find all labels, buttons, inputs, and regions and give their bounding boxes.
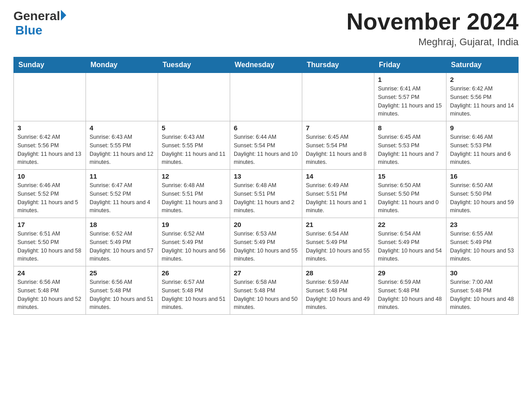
header-saturday: Saturday: [446, 57, 519, 73]
day-info: Sunrise: 6:50 AM Sunset: 5:50 PM Dayligh…: [450, 181, 515, 215]
day-number: 30: [450, 269, 515, 277]
day-number: 2: [450, 76, 515, 83]
day-number: 29: [378, 269, 442, 277]
day-info: Sunrise: 6:54 AM Sunset: 5:49 PM Dayligh…: [306, 230, 370, 263]
day-info: Sunrise: 6:46 AM Sunset: 5:52 PM Dayligh…: [17, 181, 82, 215]
day-info: Sunrise: 6:47 AM Sunset: 5:52 PM Dayligh…: [90, 181, 154, 215]
calendar-cell: 7Sunrise: 6:45 AM Sunset: 5:54 PM Daylig…: [302, 121, 374, 170]
calendar-cell: 18Sunrise: 6:52 AM Sunset: 5:49 PM Dayli…: [86, 218, 158, 266]
day-number: 24: [17, 269, 82, 277]
day-number: 21: [306, 221, 370, 228]
day-number: 23: [450, 221, 515, 228]
day-number: 1: [378, 76, 442, 83]
calendar-week-row: 24Sunrise: 6:56 AM Sunset: 5:48 PM Dayli…: [14, 266, 519, 315]
day-info: Sunrise: 6:50 AM Sunset: 5:50 PM Dayligh…: [378, 181, 442, 215]
calendar-table: Sunday Monday Tuesday Wednesday Thursday…: [13, 57, 519, 315]
calendar-cell: 28Sunrise: 6:59 AM Sunset: 5:48 PM Dayli…: [302, 266, 374, 315]
day-number: 27: [234, 269, 298, 277]
calendar-cell: [302, 73, 374, 121]
day-info: Sunrise: 6:52 AM Sunset: 5:49 PM Dayligh…: [90, 230, 154, 263]
calendar-cell: 3Sunrise: 6:42 AM Sunset: 5:56 PM Daylig…: [14, 121, 86, 170]
calendar-cell: 5Sunrise: 6:43 AM Sunset: 5:55 PM Daylig…: [158, 121, 230, 170]
calendar-cell: 4Sunrise: 6:43 AM Sunset: 5:55 PM Daylig…: [86, 121, 158, 170]
header-sunday: Sunday: [14, 57, 86, 73]
day-number: 10: [17, 172, 82, 180]
day-info: Sunrise: 6:56 AM Sunset: 5:48 PM Dayligh…: [90, 278, 154, 312]
calendar-cell: 20Sunrise: 6:53 AM Sunset: 5:49 PM Dayli…: [230, 218, 302, 266]
month-year-title: November 2024: [347, 9, 519, 34]
logo-general: General: [13, 9, 60, 23]
calendar-cell: 19Sunrise: 6:52 AM Sunset: 5:49 PM Dayli…: [158, 218, 230, 266]
day-info: Sunrise: 6:46 AM Sunset: 5:53 PM Dayligh…: [450, 133, 515, 167]
day-info: Sunrise: 6:45 AM Sunset: 5:53 PM Dayligh…: [378, 133, 442, 167]
day-info: Sunrise: 6:56 AM Sunset: 5:48 PM Dayligh…: [17, 278, 82, 312]
weekday-header-row: Sunday Monday Tuesday Wednesday Thursday…: [14, 57, 519, 73]
calendar-cell: [86, 73, 158, 121]
day-info: Sunrise: 6:45 AM Sunset: 5:54 PM Dayligh…: [306, 133, 370, 167]
calendar-cell: 11Sunrise: 6:47 AM Sunset: 5:52 PM Dayli…: [86, 170, 158, 218]
calendar-cell: 24Sunrise: 6:56 AM Sunset: 5:48 PM Dayli…: [14, 266, 86, 315]
day-info: Sunrise: 6:59 AM Sunset: 5:48 PM Dayligh…: [306, 278, 370, 312]
day-number: 18: [90, 221, 154, 228]
calendar-cell: 8Sunrise: 6:45 AM Sunset: 5:53 PM Daylig…: [374, 121, 446, 170]
header-wednesday: Wednesday: [230, 57, 302, 73]
calendar-week-row: 3Sunrise: 6:42 AM Sunset: 5:56 PM Daylig…: [14, 121, 519, 170]
day-number: 14: [306, 172, 370, 180]
logo-text: General: [13, 9, 66, 23]
day-info: Sunrise: 6:58 AM Sunset: 5:48 PM Dayligh…: [234, 278, 298, 312]
logo-blue: Blue: [15, 23, 43, 38]
calendar-cell: 13Sunrise: 6:48 AM Sunset: 5:51 PM Dayli…: [230, 170, 302, 218]
calendar-cell: [230, 73, 302, 121]
header-monday: Monday: [86, 57, 158, 73]
calendar-cell: 12Sunrise: 6:48 AM Sunset: 5:51 PM Dayli…: [158, 170, 230, 218]
day-info: Sunrise: 6:52 AM Sunset: 5:49 PM Dayligh…: [162, 230, 226, 263]
calendar-cell: 21Sunrise: 6:54 AM Sunset: 5:49 PM Dayli…: [302, 218, 374, 266]
day-number: 20: [234, 221, 298, 228]
day-info: Sunrise: 6:48 AM Sunset: 5:51 PM Dayligh…: [162, 181, 226, 215]
title-area: November 2024 Meghraj, Gujarat, India: [347, 9, 519, 48]
day-info: Sunrise: 6:55 AM Sunset: 5:49 PM Dayligh…: [450, 230, 515, 263]
day-number: 28: [306, 269, 370, 277]
calendar-cell: 14Sunrise: 6:49 AM Sunset: 5:51 PM Dayli…: [302, 170, 374, 218]
logo: General Blue: [13, 9, 66, 38]
day-info: Sunrise: 6:48 AM Sunset: 5:51 PM Dayligh…: [234, 181, 298, 215]
day-number: 4: [90, 124, 154, 132]
day-number: 11: [90, 172, 154, 180]
calendar-cell: [158, 73, 230, 121]
calendar-cell: [14, 73, 86, 121]
day-number: 9: [450, 124, 515, 132]
day-number: 22: [378, 221, 442, 228]
calendar-cell: 26Sunrise: 6:57 AM Sunset: 5:48 PM Dayli…: [158, 266, 230, 315]
day-info: Sunrise: 6:44 AM Sunset: 5:54 PM Dayligh…: [234, 133, 298, 167]
day-number: 17: [17, 221, 82, 228]
calendar-cell: 6Sunrise: 6:44 AM Sunset: 5:54 PM Daylig…: [230, 121, 302, 170]
calendar-week-row: 1Sunrise: 6:41 AM Sunset: 5:57 PM Daylig…: [14, 73, 519, 121]
day-info: Sunrise: 6:54 AM Sunset: 5:49 PM Dayligh…: [378, 230, 442, 263]
day-number: 6: [234, 124, 298, 132]
page-header: General Blue November 2024 Meghraj, Guja…: [13, 9, 519, 48]
calendar-cell: 27Sunrise: 6:58 AM Sunset: 5:48 PM Dayli…: [230, 266, 302, 315]
day-info: Sunrise: 6:43 AM Sunset: 5:55 PM Dayligh…: [90, 133, 154, 167]
day-info: Sunrise: 6:57 AM Sunset: 5:48 PM Dayligh…: [162, 278, 226, 312]
day-info: Sunrise: 6:53 AM Sunset: 5:49 PM Dayligh…: [234, 230, 298, 263]
calendar-cell: 30Sunrise: 7:00 AM Sunset: 5:48 PM Dayli…: [446, 266, 519, 315]
day-number: 13: [234, 172, 298, 180]
day-info: Sunrise: 6:42 AM Sunset: 5:56 PM Dayligh…: [17, 133, 82, 167]
calendar-cell: 1Sunrise: 6:41 AM Sunset: 5:57 PM Daylig…: [374, 73, 446, 121]
day-number: 12: [162, 172, 226, 180]
calendar-cell: 15Sunrise: 6:50 AM Sunset: 5:50 PM Dayli…: [374, 170, 446, 218]
calendar-cell: 10Sunrise: 6:46 AM Sunset: 5:52 PM Dayli…: [14, 170, 86, 218]
calendar-cell: 9Sunrise: 6:46 AM Sunset: 5:53 PM Daylig…: [446, 121, 519, 170]
day-info: Sunrise: 6:41 AM Sunset: 5:57 PM Dayligh…: [378, 85, 442, 118]
calendar-cell: 16Sunrise: 6:50 AM Sunset: 5:50 PM Dayli…: [446, 170, 519, 218]
calendar-cell: 2Sunrise: 6:42 AM Sunset: 5:56 PM Daylig…: [446, 73, 519, 121]
calendar-cell: 29Sunrise: 6:59 AM Sunset: 5:48 PM Dayli…: [374, 266, 446, 315]
day-number: 5: [162, 124, 226, 132]
header-tuesday: Tuesday: [158, 57, 230, 73]
day-info: Sunrise: 7:00 AM Sunset: 5:48 PM Dayligh…: [450, 278, 515, 312]
header-friday: Friday: [374, 57, 446, 73]
day-info: Sunrise: 6:42 AM Sunset: 5:56 PM Dayligh…: [450, 85, 515, 118]
day-info: Sunrise: 6:49 AM Sunset: 5:51 PM Dayligh…: [306, 181, 370, 215]
calendar-week-row: 10Sunrise: 6:46 AM Sunset: 5:52 PM Dayli…: [14, 170, 519, 218]
day-number: 3: [17, 124, 82, 132]
